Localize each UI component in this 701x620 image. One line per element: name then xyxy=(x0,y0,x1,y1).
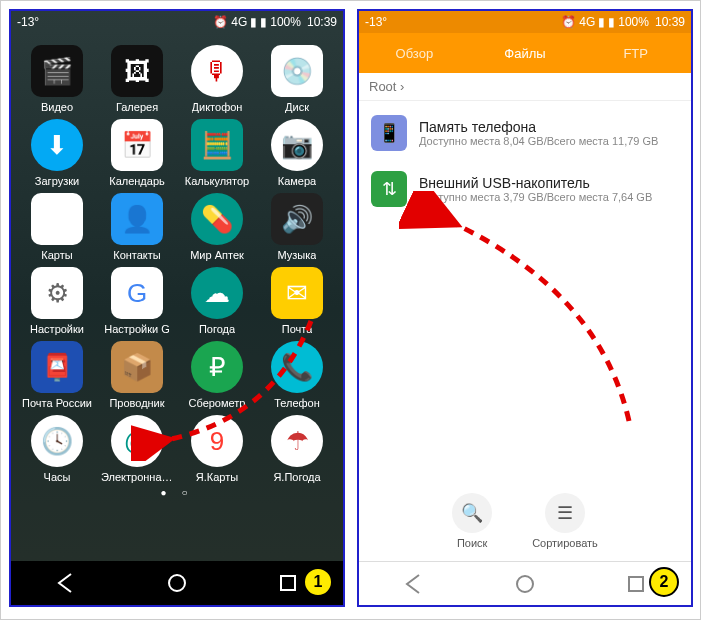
status-time: 10:39 xyxy=(307,15,337,29)
gallery-icon: 🖼 xyxy=(111,45,163,97)
svg-rect-1 xyxy=(281,576,295,590)
app-label: Загрузки xyxy=(35,175,79,187)
app-загрузки[interactable]: ⬇Загрузки xyxy=(17,119,97,187)
app-label: Я.Погода xyxy=(273,471,320,483)
disk-icon: 💿 xyxy=(271,45,323,97)
app-настройки g[interactable]: GНастройки G xyxy=(97,267,177,335)
pharm-icon: 💊 xyxy=(191,193,243,245)
app-label: Галерея xyxy=(116,101,158,113)
app-контакты[interactable]: 👤Контакты xyxy=(97,193,177,261)
svg-rect-3 xyxy=(629,577,643,591)
app-label: Настройки G xyxy=(104,323,170,335)
file-tabs: Обзор Файлы FTP xyxy=(359,33,691,73)
breadcrumb-root: Root xyxy=(369,79,396,94)
tab-overview[interactable]: Обзор xyxy=(359,33,470,73)
app-проводник[interactable]: 📦Проводник xyxy=(97,341,177,409)
app-календарь[interactable]: 📅Календарь xyxy=(97,119,177,187)
network-icon: 4G xyxy=(231,15,247,29)
app-погода[interactable]: ☁Погода xyxy=(177,267,257,335)
ymaps-icon: 9 xyxy=(191,415,243,467)
status-bar: -13° ⏰ 4G ▮ ▮ 100% 10:39 xyxy=(359,11,691,33)
app-почта россии[interactable]: 📮Почта России xyxy=(17,341,97,409)
app-label: Я.Карты xyxy=(196,471,238,483)
network-icon: 4G xyxy=(579,15,595,29)
status-icons: ⏰ 4G ▮ ▮ 100% xyxy=(213,15,301,29)
music-icon: 🔊 xyxy=(271,193,323,245)
bottom-actions: 🔍 Поиск ☰ Сортировать xyxy=(359,493,691,549)
step-badge: 2 xyxy=(649,567,679,597)
maps-icon: 🗺 xyxy=(31,193,83,245)
signal-icon: ▮ xyxy=(250,15,257,29)
app-калькулятор[interactable]: 🧮Калькулятор xyxy=(177,119,257,187)
nav-home-button[interactable] xyxy=(505,564,545,604)
app-видео[interactable]: 🎬Видео xyxy=(17,45,97,113)
storage-item[interactable]: 📱Память телефонаДоступно места 8,04 GB/В… xyxy=(359,105,691,161)
breadcrumb[interactable]: Root › xyxy=(359,73,691,101)
app-музыка[interactable]: 🔊Музыка xyxy=(257,193,337,261)
page-indicator: ● ○ xyxy=(11,487,343,498)
nav-home-button[interactable] xyxy=(157,563,197,603)
video-icon: 🎬 xyxy=(31,45,83,97)
mail-icon: ✉ xyxy=(271,267,323,319)
storage-title: Внешний USB-накопитель xyxy=(419,175,652,191)
app-label: Сберометр xyxy=(189,397,246,409)
screenshot-file-manager: -13° ⏰ 4G ▮ ▮ 100% 10:39 Обзор Файлы FTP… xyxy=(357,9,693,607)
battery-icon: ▮ xyxy=(260,15,267,29)
tab-files[interactable]: Файлы xyxy=(470,33,581,73)
nav-recent-button[interactable] xyxy=(268,563,308,603)
email-icon: @ xyxy=(111,415,163,467)
app-сберометр[interactable]: ₽Сберометр xyxy=(177,341,257,409)
app-карты[interactable]: 🗺Карты xyxy=(17,193,97,261)
search-icon: 🔍 xyxy=(452,493,492,533)
status-bar: -13° ⏰ 4G ▮ ▮ 100% 10:39 xyxy=(11,11,343,33)
app-label: Мир Аптек xyxy=(190,249,244,261)
app-label: Карты xyxy=(41,249,72,261)
cam-icon: 📷 xyxy=(271,119,323,171)
clockic-icon: 🕓 xyxy=(31,415,83,467)
calc-icon: 🧮 xyxy=(191,119,243,171)
alarm-icon: ⏰ xyxy=(213,15,228,29)
usb-icon: ⇅ xyxy=(371,171,407,207)
contacts-icon: 👤 xyxy=(111,193,163,245)
sort-icon: ☰ xyxy=(545,493,585,533)
status-temp: -13° xyxy=(365,15,387,29)
phone-icon: 📱 xyxy=(371,115,407,151)
app-электронная..[interactable]: @Электронная.. xyxy=(97,415,177,483)
app-почта[interactable]: ✉Почта xyxy=(257,267,337,335)
sber-icon: ₽ xyxy=(191,341,243,393)
dict-icon: 🎙 xyxy=(191,45,243,97)
action-sort-label: Сортировать xyxy=(532,537,598,549)
nav-back-button[interactable] xyxy=(46,563,86,603)
app-я.карты[interactable]: 9Я.Карты xyxy=(177,415,257,483)
tab-ftp[interactable]: FTP xyxy=(580,33,691,73)
app-диктофон[interactable]: 🎙Диктофон xyxy=(177,45,257,113)
app-галерея[interactable]: 🖼Галерея xyxy=(97,45,177,113)
app-label: Часы xyxy=(44,471,71,483)
app-мир аптек[interactable]: 💊Мир Аптек xyxy=(177,193,257,261)
app-label: Телефон xyxy=(274,397,320,409)
app-настройки[interactable]: ⚙Настройки xyxy=(17,267,97,335)
cal-icon: 📅 xyxy=(111,119,163,171)
app-камера[interactable]: 📷Камера xyxy=(257,119,337,187)
signal-icon: ▮ xyxy=(598,15,605,29)
app-часы[interactable]: 🕓Часы xyxy=(17,415,97,483)
download-icon: ⬇ xyxy=(31,119,83,171)
nav-back-button[interactable] xyxy=(394,564,434,604)
storage-sub: Доступно места 8,04 GB/Всего места 11,79… xyxy=(419,135,658,147)
app-label: Камера xyxy=(278,175,316,187)
app-диск[interactable]: 💿Диск xyxy=(257,45,337,113)
storage-item[interactable]: ⇅Внешний USB-накопительДоступно места 3,… xyxy=(359,161,691,217)
storage-list: 📱Память телефонаДоступно места 8,04 GB/В… xyxy=(359,101,691,221)
app-телефон[interactable]: 📞Телефон xyxy=(257,341,337,409)
battery-icon: ▮ xyxy=(608,15,615,29)
nav-bar xyxy=(11,561,343,605)
battery-percent: 100% xyxy=(270,15,301,29)
screenshot-launcher: -13° ⏰ 4G ▮ ▮ 100% 10:39 🎬Видео🖼Галерея🎙… xyxy=(9,9,345,607)
status-temp: -13° xyxy=(17,15,39,29)
annotation-arrow xyxy=(399,191,659,451)
svg-point-2 xyxy=(517,576,533,592)
action-search[interactable]: 🔍 Поиск xyxy=(452,493,492,549)
app-я.погода[interactable]: ☂Я.Погода xyxy=(257,415,337,483)
alarm-icon: ⏰ xyxy=(561,15,576,29)
action-sort[interactable]: ☰ Сортировать xyxy=(532,493,598,549)
